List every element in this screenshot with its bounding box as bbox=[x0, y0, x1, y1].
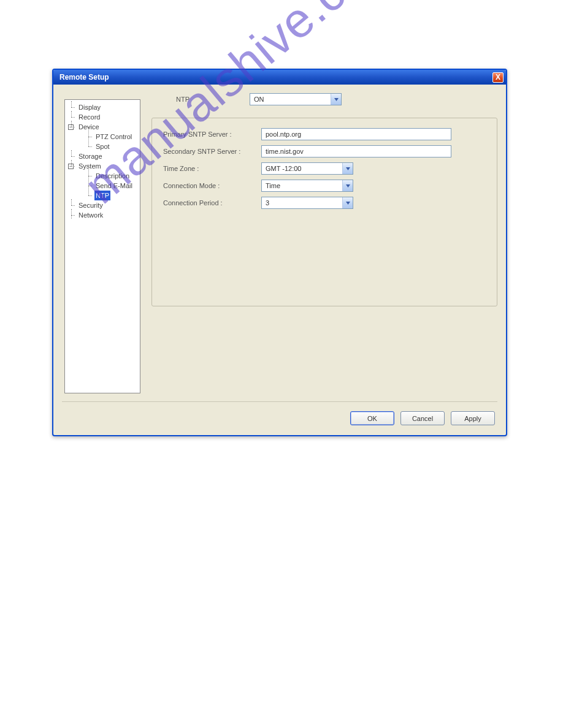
navigation-tree: Display Record − Device PTZ Control Spot… bbox=[64, 99, 140, 393]
connection-mode-row: Connection Mode : Time bbox=[163, 180, 487, 192]
secondary-sntp-input[interactable] bbox=[261, 145, 451, 157]
tree-item-security[interactable]: Security bbox=[77, 200, 104, 210]
tree-item-storage[interactable]: Storage bbox=[77, 151, 104, 161]
window-title: Remote Setup bbox=[59, 73, 109, 82]
tree-item-ptz-control[interactable]: PTZ Control bbox=[94, 132, 133, 142]
ntp-toggle-row: NTP ON bbox=[176, 93, 497, 105]
separator bbox=[62, 401, 497, 402]
ntp-select[interactable]: ON bbox=[250, 93, 342, 105]
ntp-label: NTP bbox=[176, 96, 250, 103]
ntp-select-value: ON bbox=[254, 96, 331, 103]
chevron-down-icon bbox=[342, 197, 353, 208]
tree-item-ntp[interactable]: NTP bbox=[94, 191, 110, 200]
titlebar: Remote Setup X bbox=[53, 70, 506, 85]
primary-sntp-row: Primary SNTP Server : bbox=[163, 128, 487, 140]
connection-period-row: Connection Period : 3 bbox=[163, 197, 487, 209]
tree-item-display[interactable]: Display bbox=[77, 102, 102, 112]
connection-mode-label: Connection Mode : bbox=[163, 182, 261, 189]
timezone-value: GMT -12:00 bbox=[266, 165, 342, 172]
primary-sntp-label: Primary SNTP Server : bbox=[163, 131, 261, 138]
timezone-label: Time Zone : bbox=[163, 165, 261, 172]
close-button[interactable]: X bbox=[492, 72, 504, 83]
tree-item-system[interactable]: System bbox=[77, 161, 102, 171]
secondary-sntp-row: Secondary SNTP Server : bbox=[163, 145, 487, 157]
chevron-down-icon bbox=[342, 180, 353, 191]
tree-expand-system[interactable]: − bbox=[68, 164, 74, 169]
connection-mode-select[interactable]: Time bbox=[261, 180, 353, 192]
connection-mode-value: Time bbox=[266, 182, 342, 189]
connection-period-value: 3 bbox=[266, 199, 342, 207]
connection-period-label: Connection Period : bbox=[163, 199, 261, 207]
tree-expand-device[interactable]: − bbox=[68, 124, 74, 130]
chevron-down-icon bbox=[331, 94, 341, 105]
ok-button[interactable]: OK bbox=[350, 411, 394, 425]
sntp-fieldset: Primary SNTP Server : Secondary SNTP Ser… bbox=[151, 118, 497, 306]
secondary-sntp-label: Secondary SNTP Server : bbox=[163, 148, 261, 155]
tree-item-network[interactable]: Network bbox=[77, 210, 104, 220]
primary-sntp-input[interactable] bbox=[261, 128, 451, 140]
timezone-select[interactable]: GMT -12:00 bbox=[261, 162, 353, 175]
chevron-down-icon bbox=[342, 163, 353, 174]
form-area: NTP ON Primary SNTP Server : Secon bbox=[151, 93, 497, 392]
tree-item-description[interactable]: Description bbox=[94, 171, 131, 181]
cancel-button[interactable]: Cancel bbox=[400, 411, 445, 425]
dialog-body: Display Record − Device PTZ Control Spot… bbox=[53, 85, 506, 435]
tree-item-spot[interactable]: Spot bbox=[94, 142, 111, 151]
connection-period-select[interactable]: 3 bbox=[261, 197, 353, 209]
remote-setup-dialog: Remote Setup X Display Record − Device P… bbox=[52, 69, 507, 436]
close-icon: X bbox=[496, 73, 500, 82]
button-row: OK Cancel Apply bbox=[350, 411, 495, 425]
timezone-row: Time Zone : GMT -12:00 bbox=[163, 162, 487, 175]
tree-item-send-email[interactable]: Send E-Mail bbox=[94, 181, 134, 191]
tree-item-record[interactable]: Record bbox=[77, 112, 101, 122]
apply-button[interactable]: Apply bbox=[451, 411, 495, 425]
